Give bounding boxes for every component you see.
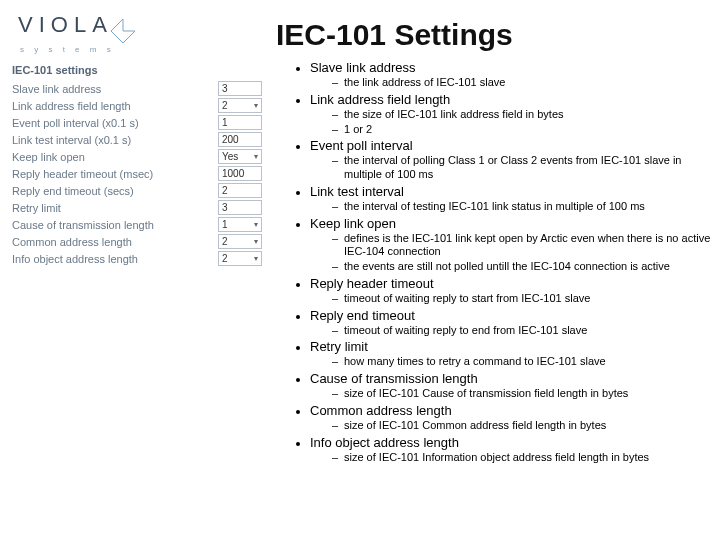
list-item-title: Retry limit — [310, 339, 368, 354]
panel-row-label: Reply header timeout (msec) — [12, 168, 212, 180]
list-item-title: Info object address length — [310, 435, 459, 450]
list-item-sub: timeout of waiting reply to start from I… — [332, 292, 716, 306]
panel-row-label: Cause of transmission length — [12, 219, 212, 231]
list-item-sub: the link address of IEC-101 slave — [332, 76, 716, 90]
panel-row-select[interactable]: 2▾ — [218, 98, 262, 113]
list-item-sub: the size of IEC-101 link address field i… — [332, 108, 716, 122]
panel-row-input[interactable]: 1000 — [218, 166, 262, 181]
list-item: Info object address lengthsize of IEC-10… — [310, 435, 716, 465]
logo: VIOLA s y s t e m s — [18, 12, 139, 54]
list-item-title: Reply end timeout — [310, 308, 415, 323]
list-item: Keep link opendefines is the IEC-101 lin… — [310, 216, 716, 274]
chevron-down-icon: ▾ — [254, 220, 258, 229]
panel-row-input[interactable]: 200 — [218, 132, 262, 147]
panel-row-input[interactable]: 3 — [218, 200, 262, 215]
logo-star-icon — [109, 17, 139, 47]
list-item-sub: defines is the IEC-101 link kept open by… — [332, 232, 716, 260]
chevron-down-icon: ▾ — [254, 152, 258, 161]
panel-row-select[interactable]: 2▾ — [218, 234, 262, 249]
list-item-title: Cause of transmission length — [310, 371, 478, 386]
list-item: Link address field lengththe size of IEC… — [310, 92, 716, 137]
list-item: Reply header timeouttimeout of waiting r… — [310, 276, 716, 306]
list-item: Slave link addressthe link address of IE… — [310, 60, 716, 90]
panel-row: Retry limit3 — [12, 199, 262, 216]
panel-row: Cause of transmission length1▾ — [12, 216, 262, 233]
page-title: IEC-101 Settings — [276, 18, 513, 52]
list-item-title: Event poll interval — [310, 138, 413, 153]
panel-row: Link test interval (x0.1 s)200 — [12, 131, 262, 148]
list-item: Retry limithow many times to retry a com… — [310, 339, 716, 369]
list-item-sub: the interval of testing IEC-101 link sta… — [332, 200, 716, 214]
panel-row-label: Common address length — [12, 236, 212, 248]
list-item-title: Link test interval — [310, 184, 404, 199]
list-item-sub: the interval of polling Class 1 or Class… — [332, 154, 716, 182]
panel-row: Info object address length2▾ — [12, 250, 262, 267]
chevron-down-icon: ▾ — [254, 237, 258, 246]
list-item: Reply end timeouttimeout of waiting repl… — [310, 308, 716, 338]
panel-row-select[interactable]: 2▾ — [218, 251, 262, 266]
panel-row-input[interactable]: 1 — [218, 115, 262, 130]
settings-panel: IEC-101 settings Slave link address3Link… — [12, 64, 262, 267]
chevron-down-icon: ▾ — [254, 101, 258, 110]
panel-row-label: Info object address length — [12, 253, 212, 265]
panel-row: Keep link openYes▾ — [12, 148, 262, 165]
list-item-title: Reply header timeout — [310, 276, 434, 291]
list-item: Common address lengthsize of IEC-101 Com… — [310, 403, 716, 433]
list-item: Link test intervalthe interval of testin… — [310, 184, 716, 214]
list-item-sub: size of IEC-101 Common address field len… — [332, 419, 716, 433]
list-item-sub: size of IEC-101 Cause of transmission fi… — [332, 387, 716, 401]
logo-brand: VIOLA — [18, 12, 113, 37]
panel-row-label: Event poll interval (x0.1 s) — [12, 117, 212, 129]
list-item-title: Keep link open — [310, 216, 396, 231]
panel-row-label: Retry limit — [12, 202, 212, 214]
panel-row-label: Slave link address — [12, 83, 212, 95]
panel-row-select[interactable]: Yes▾ — [218, 149, 262, 164]
panel-row-label: Keep link open — [12, 151, 212, 163]
panel-row: Reply header timeout (msec)1000 — [12, 165, 262, 182]
list-item-sub: size of IEC-101 Information object addre… — [332, 451, 716, 465]
panel-row-input[interactable]: 3 — [218, 81, 262, 96]
list-item-sub: the events are still not polled untill t… — [332, 260, 716, 274]
panel-row-select[interactable]: 1▾ — [218, 217, 262, 232]
list-item-title: Slave link address — [310, 60, 416, 75]
panel-row: Event poll interval (x0.1 s)1 — [12, 114, 262, 131]
list-item-title: Common address length — [310, 403, 452, 418]
panel-row: Common address length2▾ — [12, 233, 262, 250]
chevron-down-icon: ▾ — [254, 254, 258, 263]
settings-description: Slave link addressthe link address of IE… — [290, 60, 716, 466]
panel-row-label: Reply end timeout (secs) — [12, 185, 212, 197]
list-item: Cause of transmission lengthsize of IEC-… — [310, 371, 716, 401]
panel-row: Link address field length2▾ — [12, 97, 262, 114]
panel-row-label: Link address field length — [12, 100, 212, 112]
panel-row: Reply end timeout (secs)2 — [12, 182, 262, 199]
list-item: Event poll intervalthe interval of polli… — [310, 138, 716, 182]
panel-row: Slave link address3 — [12, 80, 262, 97]
list-item-sub: how many times to retry a command to IEC… — [332, 355, 716, 369]
list-item-title: Link address field length — [310, 92, 450, 107]
panel-row-label: Link test interval (x0.1 s) — [12, 134, 212, 146]
list-item-sub: 1 or 2 — [332, 123, 716, 137]
panel-row-input[interactable]: 2 — [218, 183, 262, 198]
list-item-sub: timeout of waiting reply to end from IEC… — [332, 324, 716, 338]
panel-header: IEC-101 settings — [12, 64, 262, 76]
